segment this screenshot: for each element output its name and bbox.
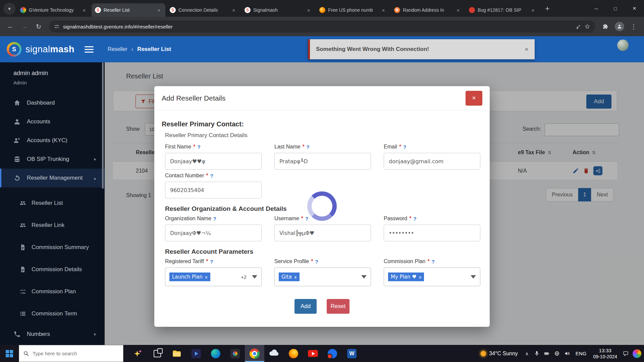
edge-button[interactable] xyxy=(206,345,225,362)
firefox-button[interactable] xyxy=(284,345,303,362)
tab-close-icon[interactable]: × xyxy=(455,7,461,13)
help-icon[interactable]: ? xyxy=(213,216,216,222)
help-icon[interactable]: ? xyxy=(210,173,213,179)
toast-close-icon[interactable]: × xyxy=(525,45,529,53)
youtube-button[interactable] xyxy=(303,345,323,362)
chip-remove-icon[interactable]: x xyxy=(294,275,297,280)
organization-name-input[interactable] xyxy=(165,225,262,241)
sidebar-item-accounts-kyc[interactable]: Accounts (KYC) xyxy=(0,131,105,150)
commission-plan-select[interactable]: My Plan ♥x xyxy=(384,267,480,286)
extensions-icon[interactable] xyxy=(600,21,611,32)
tab-close-icon[interactable]: × xyxy=(156,7,162,13)
sidebar-item-commission-summary[interactable]: Commission Summary xyxy=(0,236,105,258)
tab-gventure[interactable]: GVenture Technology × xyxy=(17,3,91,17)
service-profile-select[interactable]: Gitax xyxy=(274,267,371,286)
notifications-icon[interactable] xyxy=(621,351,631,356)
tab-close-icon[interactable]: × xyxy=(306,7,312,13)
sidebar-item-ob-sip-trunking[interactable]: OB SIP Trunking ▾ xyxy=(0,150,105,169)
help-icon[interactable]: ? xyxy=(315,259,318,264)
battery-icon[interactable] xyxy=(542,351,552,356)
reload-button[interactable]: ↻ xyxy=(33,21,44,32)
url-text[interactable]: signalmashdbtest.gventure.info/#/reselle… xyxy=(63,24,572,29)
password-input[interactable] xyxy=(384,225,480,241)
word-button[interactable] xyxy=(342,345,362,362)
network-icon[interactable] xyxy=(552,351,562,356)
tab-free-us-phone[interactable]: Free US phone numb × xyxy=(316,3,390,17)
tab-search-button[interactable]: ▾ xyxy=(3,3,15,15)
new-tab-button[interactable]: + xyxy=(542,3,553,14)
help-icon[interactable]: ? xyxy=(305,216,308,222)
browser-profile-avatar[interactable] xyxy=(614,21,625,32)
help-icon[interactable]: ? xyxy=(197,144,200,150)
sidebar-item-dashboard[interactable]: Dashboard xyxy=(0,94,105,112)
onedrive-button[interactable] xyxy=(264,345,284,362)
browser-menu-icon[interactable]: ⋮ xyxy=(628,21,639,32)
bookmark-star-icon[interactable] xyxy=(584,23,590,29)
messaging-app-button[interactable] xyxy=(323,345,342,362)
sidebar-item-reseller-management[interactable]: Reseller Management ▴ xyxy=(0,169,105,187)
site-info-icon[interactable] xyxy=(54,23,60,29)
sidebar-item-commission-plan[interactable]: Commission Plan xyxy=(0,281,105,303)
chrome-button[interactable] xyxy=(245,345,264,362)
forward-button[interactable]: → xyxy=(19,21,30,32)
sidebar-scrollbar[interactable] xyxy=(102,62,104,189)
help-icon[interactable]: ? xyxy=(432,259,435,264)
tab-connection-details[interactable]: Connection Details × xyxy=(166,3,240,17)
language-indicator[interactable]: ENG xyxy=(572,351,590,356)
last-name-input[interactable] xyxy=(274,153,371,170)
modal-close-button[interactable]: × xyxy=(466,91,482,106)
capture-tool-button[interactable] xyxy=(225,345,245,362)
sidebar-item-reseller-link[interactable]: Reseller Link xyxy=(0,214,105,236)
sidebar-item-accounts[interactable]: Accounts xyxy=(0,112,105,131)
sidebar-item-reseller-list[interactable]: Reseller List xyxy=(0,192,105,214)
tab-close-icon[interactable]: × xyxy=(380,7,386,13)
breadcrumb-parent[interactable]: Reseller xyxy=(108,46,127,52)
window-minimize-button[interactable]: ─ xyxy=(587,0,606,17)
sidebar-toggle-icon[interactable] xyxy=(85,46,94,53)
sidebar-item-commission-term[interactable]: Commission Term xyxy=(0,303,105,325)
registered-tariff-select[interactable]: Launch Planx +2 xyxy=(165,267,262,286)
tab-reseller-list[interactable]: Reseller List × xyxy=(92,3,165,17)
clock-widget[interactable]: 13:33 09-10-2024 xyxy=(590,347,621,360)
weather-widget[interactable]: 34°C Sunny xyxy=(477,351,522,357)
tab-signalmash[interactable]: Signalmash × xyxy=(241,3,315,17)
start-button[interactable] xyxy=(0,345,19,362)
modal-reset-button[interactable]: Reset xyxy=(327,299,350,314)
first-name-input[interactable] xyxy=(165,153,262,170)
file-explorer-button[interactable] xyxy=(167,345,186,362)
chip-remove-icon[interactable]: x xyxy=(419,275,422,280)
volume-icon[interactable] xyxy=(562,351,572,356)
taskbar-search-box[interactable] xyxy=(19,345,123,362)
window-maximize-button[interactable]: □ xyxy=(606,0,625,17)
tab-close-icon[interactable]: × xyxy=(231,7,237,13)
contact-number-input[interactable] xyxy=(165,182,262,198)
tab-random-address[interactable]: Random Address In × xyxy=(391,3,465,17)
microphone-icon[interactable] xyxy=(532,351,542,356)
help-icon[interactable]: ? xyxy=(403,144,406,150)
tab-close-icon[interactable]: × xyxy=(81,7,87,13)
media-player-button[interactable] xyxy=(186,345,206,362)
address-bar[interactable]: signalmashdbtest.gventure.info/#/reselle… xyxy=(49,20,595,33)
window-close-button[interactable]: × xyxy=(625,0,644,17)
hidden-icons-chevron[interactable]: ∧ xyxy=(522,351,532,356)
modal-add-button[interactable]: Add xyxy=(294,299,317,314)
taskbar-search-input[interactable] xyxy=(33,351,119,356)
help-icon[interactable]: ? xyxy=(307,144,310,150)
section-primary-contact-sub: Reseller Primary Contact Details xyxy=(165,132,490,139)
signalmash-logo[interactable]: S signalmash xyxy=(7,42,74,57)
help-icon[interactable]: ? xyxy=(413,216,416,222)
sidebar-item-commission-details[interactable]: Commission Details xyxy=(0,258,105,281)
sidebar-item-numbers[interactable]: Numbers ▾ xyxy=(0,325,105,344)
username-input[interactable] xyxy=(274,225,371,241)
back-button[interactable]: ← xyxy=(5,21,16,32)
tab-bug-12817[interactable]: Bug #12817: OB SIP × xyxy=(466,3,539,17)
chip-remove-icon[interactable]: x xyxy=(205,275,208,280)
tray-app-icon[interactable] xyxy=(633,349,641,358)
user-avatar[interactable] xyxy=(617,40,629,51)
help-icon[interactable]: ? xyxy=(210,259,213,264)
email-input[interactable] xyxy=(384,153,480,170)
tab-close-icon[interactable]: × xyxy=(530,7,536,13)
task-view-button[interactable] xyxy=(148,345,167,362)
password-key-icon[interactable] xyxy=(575,23,581,29)
copilot-button[interactable] xyxy=(128,345,148,362)
